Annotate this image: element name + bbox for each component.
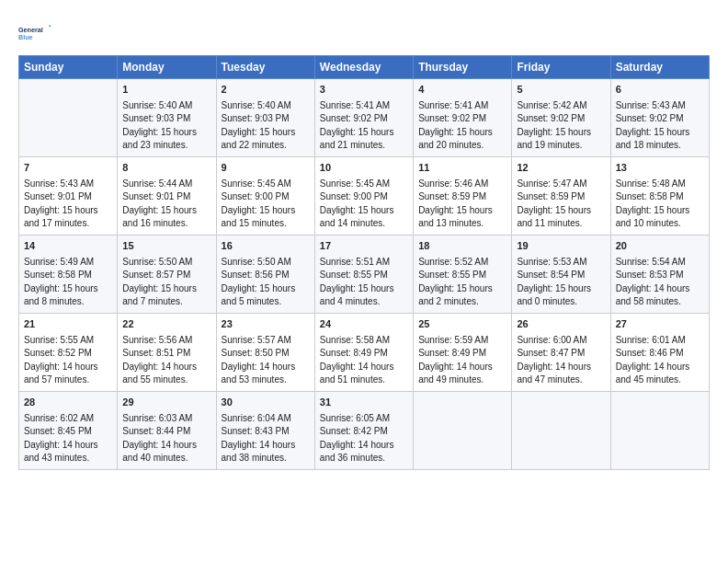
day-number: 17 bbox=[320, 239, 408, 254]
cell-w2-d2: 8Sunrise: 5:44 AMSunset: 9:01 PMDaylight… bbox=[118, 156, 216, 235]
cell-text: Sunrise: 5:43 AMSunset: 9:02 PMDaylight:… bbox=[616, 99, 704, 153]
day-number: 8 bbox=[122, 161, 210, 176]
cell-text: Sunrise: 5:45 AMSunset: 9:00 PMDaylight:… bbox=[222, 178, 310, 231]
day-number: 9 bbox=[222, 161, 310, 176]
cell-w5-d2: 29Sunrise: 6:03 AMSunset: 8:44 PMDayligh… bbox=[118, 391, 216, 469]
cell-text: Sunrise: 6:01 AMSunset: 8:46 PMDaylight:… bbox=[616, 334, 704, 387]
page: General Blue SundayMondayTuesdayWednesda… bbox=[0, 0, 728, 479]
day-number: 11 bbox=[418, 161, 506, 176]
cell-w4-d1: 21Sunrise: 5:55 AMSunset: 8:52 PMDayligh… bbox=[19, 313, 118, 391]
svg-text:Blue: Blue bbox=[18, 33, 33, 41]
day-number: 4 bbox=[418, 83, 506, 98]
week-row-5: 28Sunrise: 6:02 AMSunset: 8:45 PMDayligh… bbox=[19, 391, 710, 469]
day-number: 27 bbox=[616, 317, 704, 332]
cell-w4-d2: 22Sunrise: 5:56 AMSunset: 8:51 PMDayligh… bbox=[118, 313, 216, 391]
cell-text: Sunrise: 5:41 AMSunset: 9:02 PMDaylight:… bbox=[418, 99, 506, 153]
cell-w4-d7: 27Sunrise: 6:01 AMSunset: 8:46 PMDayligh… bbox=[610, 313, 709, 391]
cell-w3-d6: 19Sunrise: 5:53 AMSunset: 8:54 PMDayligh… bbox=[512, 235, 610, 313]
col-header-monday: Monday bbox=[118, 56, 216, 79]
day-number: 12 bbox=[517, 161, 605, 176]
logo-svg: General Blue bbox=[18, 17, 51, 50]
day-number: 6 bbox=[616, 83, 704, 98]
cell-w1-d3: 2Sunrise: 5:40 AMSunset: 9:03 PMDaylight… bbox=[216, 79, 314, 157]
day-number: 19 bbox=[517, 239, 605, 254]
header-row: SundayMondayTuesdayWednesdayThursdayFrid… bbox=[19, 56, 710, 79]
day-number: 3 bbox=[320, 83, 408, 98]
cell-w1-d7: 6Sunrise: 5:43 AMSunset: 9:02 PMDaylight… bbox=[610, 79, 709, 157]
cell-text: Sunrise: 5:48 AMSunset: 8:58 PMDaylight:… bbox=[616, 178, 704, 231]
cell-w5-d5 bbox=[414, 391, 512, 469]
col-header-sunday: Sunday bbox=[19, 56, 118, 79]
cell-w2-d4: 10Sunrise: 5:45 AMSunset: 9:00 PMDayligh… bbox=[314, 156, 413, 235]
cell-w5-d3: 30Sunrise: 6:04 AMSunset: 8:43 PMDayligh… bbox=[216, 391, 314, 469]
cell-text: Sunrise: 6:00 AMSunset: 8:47 PMDaylight:… bbox=[517, 334, 605, 387]
cell-w2-d1: 7Sunrise: 5:43 AMSunset: 9:01 PMDaylight… bbox=[19, 156, 118, 235]
cell-w3-d7: 20Sunrise: 5:54 AMSunset: 8:53 PMDayligh… bbox=[610, 235, 709, 313]
cell-text: Sunrise: 5:40 AMSunset: 9:03 PMDaylight:… bbox=[122, 99, 210, 153]
cell-text: Sunrise: 6:05 AMSunset: 8:42 PMDaylight:… bbox=[320, 412, 408, 465]
day-number: 31 bbox=[320, 396, 408, 410]
day-number: 10 bbox=[320, 161, 408, 176]
cell-text: Sunrise: 5:54 AMSunset: 8:53 PMDaylight:… bbox=[616, 256, 704, 309]
cell-w5-d6 bbox=[512, 391, 610, 469]
col-header-tuesday: Tuesday bbox=[216, 56, 314, 79]
cell-text: Sunrise: 5:46 AMSunset: 8:59 PMDaylight:… bbox=[418, 178, 506, 231]
cell-text: Sunrise: 5:40 AMSunset: 9:03 PMDaylight:… bbox=[222, 99, 310, 153]
cell-text: Sunrise: 5:51 AMSunset: 8:55 PMDaylight:… bbox=[320, 256, 408, 309]
cell-w1-d2: 1Sunrise: 5:40 AMSunset: 9:03 PMDaylight… bbox=[118, 79, 216, 157]
cell-w3-d3: 16Sunrise: 5:50 AMSunset: 8:56 PMDayligh… bbox=[216, 235, 314, 313]
cell-w4-d6: 26Sunrise: 6:00 AMSunset: 8:47 PMDayligh… bbox=[512, 313, 610, 391]
cell-w4-d5: 25Sunrise: 5:59 AMSunset: 8:49 PMDayligh… bbox=[414, 313, 512, 391]
cell-text: Sunrise: 5:47 AMSunset: 8:59 PMDaylight:… bbox=[517, 178, 605, 231]
day-number: 1 bbox=[122, 83, 210, 98]
day-number: 23 bbox=[222, 317, 310, 332]
cell-text: Sunrise: 5:50 AMSunset: 8:57 PMDaylight:… bbox=[122, 256, 210, 309]
cell-text: Sunrise: 5:45 AMSunset: 9:00 PMDaylight:… bbox=[320, 178, 408, 231]
day-number: 2 bbox=[222, 83, 310, 98]
cell-text: Sunrise: 5:42 AMSunset: 9:02 PMDaylight:… bbox=[517, 99, 605, 153]
cell-text: Sunrise: 6:04 AMSunset: 8:43 PMDaylight:… bbox=[222, 412, 310, 465]
cell-w2-d5: 11Sunrise: 5:46 AMSunset: 8:59 PMDayligh… bbox=[414, 156, 512, 235]
cell-w3-d2: 15Sunrise: 5:50 AMSunset: 8:57 PMDayligh… bbox=[118, 235, 216, 313]
day-number: 26 bbox=[517, 317, 605, 332]
cell-w1-d6: 5Sunrise: 5:42 AMSunset: 9:02 PMDaylight… bbox=[512, 79, 610, 157]
cell-w4-d4: 24Sunrise: 5:58 AMSunset: 8:49 PMDayligh… bbox=[314, 313, 413, 391]
cell-text: Sunrise: 6:03 AMSunset: 8:44 PMDaylight:… bbox=[122, 412, 210, 465]
day-number: 7 bbox=[24, 161, 112, 176]
day-number: 30 bbox=[222, 396, 310, 410]
cell-text: Sunrise: 5:50 AMSunset: 8:56 PMDaylight:… bbox=[222, 256, 310, 309]
cell-text: Sunrise: 5:41 AMSunset: 9:02 PMDaylight:… bbox=[320, 99, 408, 153]
svg-text:General: General bbox=[18, 26, 43, 34]
cell-w2-d6: 12Sunrise: 5:47 AMSunset: 8:59 PMDayligh… bbox=[512, 156, 610, 235]
header: General Blue bbox=[18, 17, 710, 50]
cell-text: Sunrise: 5:58 AMSunset: 8:49 PMDaylight:… bbox=[320, 334, 408, 387]
day-number: 20 bbox=[616, 239, 704, 254]
week-row-3: 14Sunrise: 5:49 AMSunset: 8:58 PMDayligh… bbox=[19, 235, 710, 313]
cell-text: Sunrise: 5:43 AMSunset: 9:01 PMDaylight:… bbox=[24, 178, 112, 231]
cell-text: Sunrise: 5:59 AMSunset: 8:49 PMDaylight:… bbox=[418, 334, 506, 387]
day-number: 5 bbox=[517, 83, 605, 98]
cell-text: Sunrise: 5:49 AMSunset: 8:58 PMDaylight:… bbox=[24, 256, 112, 309]
day-number: 24 bbox=[320, 317, 408, 332]
col-header-wednesday: Wednesday bbox=[314, 56, 413, 79]
day-number: 13 bbox=[616, 161, 704, 176]
cell-w1-d1 bbox=[19, 79, 118, 157]
cell-w4-d3: 23Sunrise: 5:57 AMSunset: 8:50 PMDayligh… bbox=[216, 313, 314, 391]
svg-marker-2 bbox=[48, 25, 51, 27]
day-number: 16 bbox=[222, 239, 310, 254]
day-number: 15 bbox=[122, 239, 210, 254]
cell-text: Sunrise: 5:56 AMSunset: 8:51 PMDaylight:… bbox=[122, 334, 210, 387]
cell-text: Sunrise: 5:44 AMSunset: 9:01 PMDaylight:… bbox=[122, 178, 210, 231]
col-header-saturday: Saturday bbox=[610, 56, 709, 79]
calendar-table: SundayMondayTuesdayWednesdayThursdayFrid… bbox=[18, 55, 710, 470]
cell-text: Sunrise: 5:55 AMSunset: 8:52 PMDaylight:… bbox=[24, 334, 112, 387]
cell-text: Sunrise: 6:02 AMSunset: 8:45 PMDaylight:… bbox=[24, 412, 112, 465]
day-number: 25 bbox=[418, 317, 506, 332]
cell-w3-d4: 17Sunrise: 5:51 AMSunset: 8:55 PMDayligh… bbox=[314, 235, 413, 313]
cell-w5-d1: 28Sunrise: 6:02 AMSunset: 8:45 PMDayligh… bbox=[19, 391, 118, 469]
cell-w5-d7 bbox=[610, 391, 709, 469]
cell-w2-d7: 13Sunrise: 5:48 AMSunset: 8:58 PMDayligh… bbox=[610, 156, 709, 235]
week-row-1: 1Sunrise: 5:40 AMSunset: 9:03 PMDaylight… bbox=[19, 79, 710, 157]
cell-w3-d1: 14Sunrise: 5:49 AMSunset: 8:58 PMDayligh… bbox=[19, 235, 118, 313]
week-row-4: 21Sunrise: 5:55 AMSunset: 8:52 PMDayligh… bbox=[19, 313, 710, 391]
